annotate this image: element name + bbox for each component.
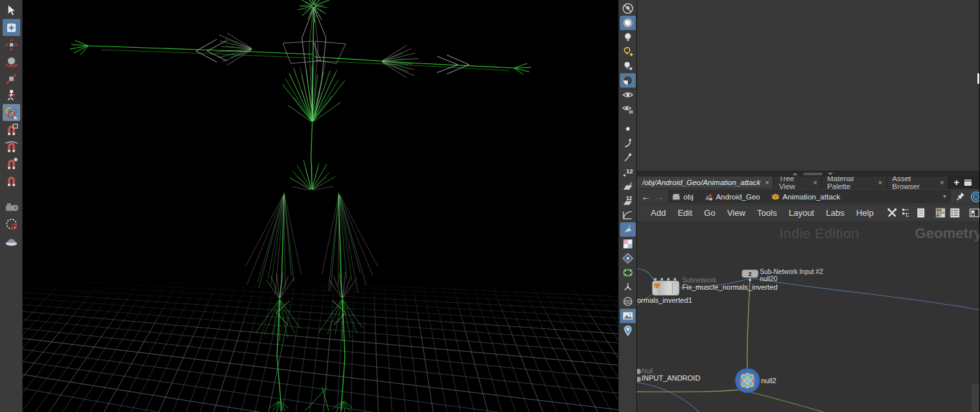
scene-visualizers-button[interactable] — [620, 102, 636, 116]
breadcrumb[interactable]: obj›Android_Geo›Animation_attack▼ — [668, 190, 951, 203]
pin-icon[interactable] — [955, 191, 966, 203]
null2-input-port[interactable] — [747, 373, 749, 375]
rings-tool-icon — [5, 106, 18, 120]
pane-expand-up-icon[interactable] — [792, 173, 798, 175]
lighting-off-button[interactable] — [620, 1, 636, 16]
menu-help[interactable]: Help — [850, 208, 879, 218]
subnet-input-port[interactable] — [667, 278, 670, 281]
turntable-icon — [5, 234, 18, 248]
pane-tab-3[interactable]: Asset Browser× — [887, 177, 949, 188]
tab-close-icon[interactable]: × — [765, 179, 769, 186]
prim-normals-button[interactable] — [620, 222, 636, 237]
new-tab-button[interactable]: + — [949, 177, 964, 188]
menu-go[interactable]: Go — [698, 208, 721, 218]
list-view-button[interactable] — [948, 207, 961, 220]
prim-numbers-button[interactable]: 12 — [620, 194, 636, 208]
radial-menu-icon[interactable] — [970, 191, 979, 203]
subnet-input-port[interactable] — [661, 278, 663, 281]
move-tool-button[interactable] — [3, 36, 20, 53]
breadcrumb-separator: › — [697, 192, 700, 201]
viewport-canvas — [23, 0, 618, 412]
breadcrumb-item-Android_Geo[interactable]: Android_Geo — [704, 192, 760, 201]
menu-labs[interactable]: Labs — [820, 208, 850, 218]
subnet-input-port[interactable] — [674, 278, 676, 281]
needle-icon — [622, 152, 634, 163]
path-dropdown-caret[interactable]: ▼ — [942, 194, 947, 199]
menu-add[interactable]: Add — [645, 208, 672, 218]
breadcrumb-label: Animation_attack — [783, 193, 840, 201]
camera-tool-button[interactable] — [3, 198, 20, 215]
subnetwork-input-node[interactable]: 2 — [742, 269, 759, 278]
display-forces-button[interactable] — [620, 280, 636, 294]
sheet-button[interactable] — [914, 207, 927, 220]
edge-sliver — [977, 73, 979, 84]
tree-list-button[interactable] — [900, 207, 913, 220]
back-button[interactable]: ← — [640, 191, 653, 202]
turntable-tool-button[interactable] — [3, 232, 20, 249]
smooth-shaded-button[interactable] — [620, 73, 636, 88]
snap-point-tool-button[interactable] — [3, 155, 20, 172]
pane-tab-2[interactable]: Material Palette× — [822, 177, 887, 188]
fix-muscle-normals-subnet-node[interactable] — [652, 281, 679, 296]
handles-tool-button[interactable] — [3, 19, 20, 36]
display-points-button[interactable] — [620, 122, 636, 136]
scale-tool-icon — [5, 72, 18, 86]
pane-tab-menu-icon[interactable] — [964, 179, 972, 186]
display-vertices-button[interactable] — [620, 251, 636, 266]
menu-tools[interactable]: Tools — [751, 208, 783, 218]
view-pivot-tool-button[interactable] — [3, 215, 20, 232]
forward-button[interactable]: → — [653, 191, 666, 202]
normal-plane-icon — [622, 224, 634, 235]
display-hooks-button[interactable] — [620, 136, 636, 150]
pose-tool-button[interactable] — [3, 87, 20, 104]
headlight-only-button[interactable] — [620, 16, 636, 30]
current-state-tool-button[interactable] — [3, 104, 20, 121]
select-tool-button[interactable] — [3, 2, 20, 19]
snap-grid-tool-button[interactable] — [3, 121, 20, 138]
tex-checker-icon — [622, 238, 634, 250]
profile-curves-button[interactable] — [620, 208, 636, 222]
network-editor[interactable]: Indie Edition Geometry SubnetworkFix_mus… — [637, 221, 979, 412]
subnet-input-port[interactable] — [654, 278, 657, 281]
menu-view[interactable]: View — [721, 208, 751, 218]
high-quality-lighting-button[interactable] — [620, 44, 636, 59]
normal-lighting-button[interactable] — [620, 30, 636, 44]
scene-viewport[interactable] — [23, 0, 618, 412]
snap-magnet-tool-button[interactable] — [3, 172, 20, 189]
null2-output-port[interactable] — [747, 386, 749, 388]
tools-wrench-button[interactable] — [885, 207, 898, 220]
point-numbers-button[interactable]: 12 — [620, 165, 636, 179]
menu-layout[interactable]: Layout — [783, 208, 820, 218]
tab-close-icon[interactable]: × — [940, 179, 944, 186]
pane-tab-0[interactable]: /obj/Android_Geo/Animation_attack× — [637, 177, 774, 188]
display-normals-button[interactable] — [620, 150, 636, 165]
menu-edit[interactable]: Edit — [672, 208, 698, 218]
lighting-shadows-button[interactable] — [620, 59, 636, 73]
panel-window-button[interactable] — [968, 207, 979, 220]
splitter-grip-icon[interactable] — [803, 173, 823, 175]
prim-markers-button[interactable] — [620, 179, 636, 194]
tab-close-icon[interactable]: × — [878, 179, 882, 186]
select-cursor-icon — [5, 4, 18, 18]
tree-list-icon — [901, 207, 912, 218]
image-planes-button[interactable] — [620, 309, 636, 323]
display-grid-button[interactable] — [620, 294, 636, 309]
pane-tab-1[interactable]: Tree View× — [774, 177, 822, 188]
pane-expand-down-icon[interactable] — [828, 173, 833, 175]
breadcrumb-item-obj[interactable]: obj — [672, 192, 693, 201]
breadcrumb-item-Animation_attack[interactable]: Animation_attack — [771, 192, 840, 201]
visualizers-button[interactable] — [620, 88, 636, 102]
wind-fan-icon — [622, 281, 634, 293]
scale-tool-button[interactable] — [3, 70, 20, 87]
pane-splitter[interactable] — [637, 171, 979, 177]
palette-grid-button[interactable] — [934, 207, 947, 220]
display-textures-button[interactable] — [620, 237, 636, 251]
tools-wrench-icon — [887, 207, 898, 218]
node-wire — [747, 278, 750, 368]
snap-multi-tool-button[interactable] — [3, 138, 20, 155]
badge-output-port[interactable] — [749, 279, 751, 281]
rotate-tool-button[interactable] — [3, 53, 20, 70]
snapshot-pin-button[interactable] — [620, 323, 636, 337]
display-cage-button[interactable] — [620, 266, 636, 280]
tab-close-icon[interactable]: × — [813, 179, 817, 186]
